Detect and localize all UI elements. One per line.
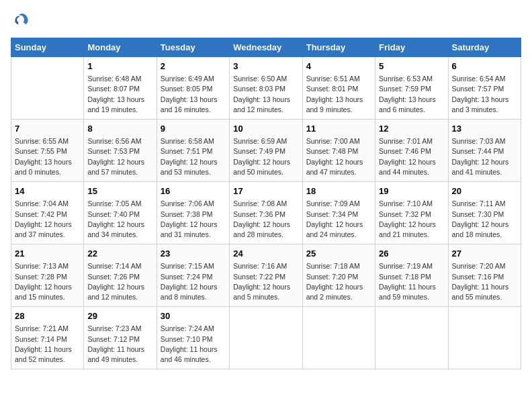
day-info: Sunrise: 6:49 AM Sunset: 8:05 PM Dayligh… [161, 74, 226, 115]
day-number: 15 [87, 185, 152, 197]
header-cell-wednesday: Wednesday [230, 38, 302, 57]
day-number: 19 [379, 185, 444, 197]
calendar-body: 1Sunrise: 6:48 AM Sunset: 8:07 PM Daylig… [11, 57, 521, 369]
day-cell [11, 57, 84, 120]
day-cell: 6Sunrise: 6:54 AM Sunset: 7:57 PM Daylig… [448, 57, 521, 120]
header-cell-thursday: Thursday [302, 38, 375, 57]
day-cell: 3Sunrise: 6:50 AM Sunset: 8:03 PM Daylig… [230, 57, 302, 120]
day-number: 9 [161, 123, 226, 135]
day-cell: 24Sunrise: 7:16 AM Sunset: 7:22 PM Dayli… [230, 244, 302, 307]
day-cell: 27Sunrise: 7:20 AM Sunset: 7:16 PM Dayli… [448, 244, 521, 307]
day-info: Sunrise: 7:06 AM Sunset: 7:38 PM Dayligh… [161, 199, 226, 240]
day-cell: 2Sunrise: 6:49 AM Sunset: 8:05 PM Daylig… [157, 57, 229, 120]
day-number: 4 [306, 60, 371, 73]
week-row-2: 7Sunrise: 6:55 AM Sunset: 7:55 PM Daylig… [11, 120, 521, 182]
day-info: Sunrise: 7:00 AM Sunset: 7:48 PM Dayligh… [306, 136, 371, 177]
day-number: 10 [233, 123, 298, 135]
day-cell: 17Sunrise: 7:08 AM Sunset: 7:36 PM Dayli… [230, 182, 302, 244]
day-cell: 5Sunrise: 6:53 AM Sunset: 7:59 PM Daylig… [375, 57, 448, 120]
day-info: Sunrise: 7:19 AM Sunset: 7:18 PM Dayligh… [379, 261, 444, 302]
day-cell: 28Sunrise: 7:21 AM Sunset: 7:14 PM Dayli… [11, 307, 84, 369]
day-number: 20 [452, 185, 517, 197]
week-row-5: 28Sunrise: 7:21 AM Sunset: 7:14 PM Dayli… [11, 307, 521, 369]
logo [11, 11, 32, 30]
logo-icon [11, 11, 30, 30]
day-number: 12 [379, 123, 444, 135]
day-cell: 21Sunrise: 7:13 AM Sunset: 7:28 PM Dayli… [11, 244, 84, 307]
page-header [11, 11, 521, 30]
day-info: Sunrise: 6:55 AM Sunset: 7:55 PM Dayligh… [15, 136, 80, 177]
day-cell: 14Sunrise: 7:04 AM Sunset: 7:42 PM Dayli… [11, 182, 84, 244]
day-cell: 22Sunrise: 7:14 AM Sunset: 7:26 PM Dayli… [84, 244, 157, 307]
day-cell: 9Sunrise: 6:58 AM Sunset: 7:51 PM Daylig… [157, 120, 229, 182]
day-info: Sunrise: 7:20 AM Sunset: 7:16 PM Dayligh… [452, 261, 517, 302]
day-cell: 23Sunrise: 7:15 AM Sunset: 7:24 PM Dayli… [157, 244, 229, 307]
day-info: Sunrise: 7:13 AM Sunset: 7:28 PM Dayligh… [15, 261, 80, 302]
day-number: 14 [15, 185, 80, 197]
week-row-4: 21Sunrise: 7:13 AM Sunset: 7:28 PM Dayli… [11, 244, 521, 307]
day-number: 7 [15, 123, 80, 135]
day-number: 28 [15, 310, 80, 322]
day-info: Sunrise: 6:48 AM Sunset: 8:07 PM Dayligh… [87, 74, 152, 115]
day-cell: 12Sunrise: 7:01 AM Sunset: 7:46 PM Dayli… [375, 120, 448, 182]
day-cell: 15Sunrise: 7:05 AM Sunset: 7:40 PM Dayli… [84, 182, 157, 244]
day-number: 2 [161, 60, 226, 73]
day-info: Sunrise: 7:16 AM Sunset: 7:22 PM Dayligh… [233, 261, 298, 302]
day-number: 24 [233, 248, 298, 260]
calendar-table: SundayMondayTuesdayWednesdayThursdayFrid… [11, 38, 521, 369]
day-cell [448, 307, 521, 369]
day-info: Sunrise: 7:14 AM Sunset: 7:26 PM Dayligh… [87, 261, 152, 302]
header-cell-tuesday: Tuesday [157, 38, 229, 57]
day-number: 22 [87, 248, 152, 260]
day-info: Sunrise: 7:24 AM Sunset: 7:10 PM Dayligh… [161, 324, 226, 365]
day-number: 6 [452, 60, 517, 73]
day-info: Sunrise: 6:53 AM Sunset: 7:59 PM Dayligh… [379, 74, 444, 115]
day-info: Sunrise: 7:03 AM Sunset: 7:44 PM Dayligh… [452, 136, 517, 177]
day-cell: 20Sunrise: 7:11 AM Sunset: 7:30 PM Dayli… [448, 182, 521, 244]
day-info: Sunrise: 7:18 AM Sunset: 7:20 PM Dayligh… [306, 261, 371, 302]
day-info: Sunrise: 6:58 AM Sunset: 7:51 PM Dayligh… [161, 136, 226, 177]
day-cell [302, 307, 375, 369]
day-info: Sunrise: 7:09 AM Sunset: 7:34 PM Dayligh… [306, 199, 371, 240]
day-info: Sunrise: 6:59 AM Sunset: 7:49 PM Dayligh… [233, 136, 298, 177]
day-info: Sunrise: 7:10 AM Sunset: 7:32 PM Dayligh… [379, 199, 444, 240]
day-number: 1 [87, 60, 152, 73]
day-info: Sunrise: 7:23 AM Sunset: 7:12 PM Dayligh… [87, 324, 152, 365]
day-cell: 10Sunrise: 6:59 AM Sunset: 7:49 PM Dayli… [230, 120, 302, 182]
day-info: Sunrise: 7:01 AM Sunset: 7:46 PM Dayligh… [379, 136, 444, 177]
day-number: 5 [379, 60, 444, 73]
day-number: 21 [15, 248, 80, 260]
day-cell: 7Sunrise: 6:55 AM Sunset: 7:55 PM Daylig… [11, 120, 84, 182]
day-cell [375, 307, 448, 369]
header-cell-friday: Friday [375, 38, 448, 57]
day-number: 25 [306, 248, 371, 260]
day-cell: 11Sunrise: 7:00 AM Sunset: 7:48 PM Dayli… [302, 120, 375, 182]
header-cell-sunday: Sunday [11, 38, 84, 57]
day-cell: 8Sunrise: 6:56 AM Sunset: 7:53 PM Daylig… [84, 120, 157, 182]
day-info: Sunrise: 6:54 AM Sunset: 7:57 PM Dayligh… [452, 74, 517, 115]
day-info: Sunrise: 6:51 AM Sunset: 8:01 PM Dayligh… [306, 74, 371, 115]
day-number: 18 [306, 185, 371, 197]
day-number: 11 [306, 123, 371, 135]
day-cell: 29Sunrise: 7:23 AM Sunset: 7:12 PM Dayli… [84, 307, 157, 369]
day-info: Sunrise: 7:05 AM Sunset: 7:40 PM Dayligh… [87, 199, 152, 240]
day-info: Sunrise: 7:08 AM Sunset: 7:36 PM Dayligh… [233, 199, 298, 240]
week-row-1: 1Sunrise: 6:48 AM Sunset: 8:07 PM Daylig… [11, 57, 521, 120]
day-info: Sunrise: 7:11 AM Sunset: 7:30 PM Dayligh… [452, 199, 517, 240]
day-info: Sunrise: 7:04 AM Sunset: 7:42 PM Dayligh… [15, 199, 80, 240]
day-number: 30 [161, 310, 226, 322]
day-cell: 1Sunrise: 6:48 AM Sunset: 8:07 PM Daylig… [84, 57, 157, 120]
calendar-header: SundayMondayTuesdayWednesdayThursdayFrid… [11, 38, 521, 57]
header-cell-saturday: Saturday [448, 38, 521, 57]
day-cell: 30Sunrise: 7:24 AM Sunset: 7:10 PM Dayli… [157, 307, 229, 369]
day-number: 23 [161, 248, 226, 260]
day-cell: 4Sunrise: 6:51 AM Sunset: 8:01 PM Daylig… [302, 57, 375, 120]
day-cell: 26Sunrise: 7:19 AM Sunset: 7:18 PM Dayli… [375, 244, 448, 307]
header-cell-monday: Monday [84, 38, 157, 57]
day-info: Sunrise: 7:21 AM Sunset: 7:14 PM Dayligh… [15, 324, 80, 365]
day-cell [230, 307, 302, 369]
day-info: Sunrise: 7:15 AM Sunset: 7:24 PM Dayligh… [161, 261, 226, 302]
day-number: 26 [379, 248, 444, 260]
header-row: SundayMondayTuesdayWednesdayThursdayFrid… [11, 38, 521, 57]
day-number: 29 [87, 310, 152, 322]
